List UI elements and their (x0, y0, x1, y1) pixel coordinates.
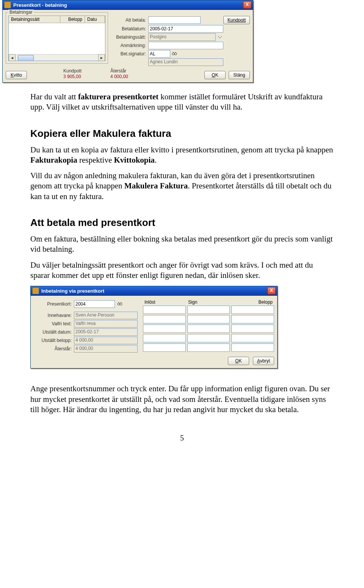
redemption-row (143, 306, 274, 314)
label-betaldatum: Betaldatum: (113, 26, 148, 31)
field-signatur-name: Agnes Lundin (148, 58, 223, 66)
col-belopp[interactable]: Belopp (60, 16, 85, 23)
label-kundpott-footer: Kundpott (63, 68, 82, 74)
input-signatur[interactable] (148, 50, 170, 58)
close-icon[interactable]: X (267, 287, 276, 295)
label-aterstar-footer: Återstår (110, 68, 126, 74)
label-betalningssatt: Betalningssätt: (113, 34, 148, 40)
group-betalningar: Betalningar Betalningssätt Belopp Datu ◄… (6, 12, 108, 64)
kundpott-button[interactable]: Kundpott (223, 16, 250, 24)
svg-point-2 (118, 303, 120, 305)
app-icon (4, 2, 11, 8)
window-title: Inbetalning via presentkort (41, 288, 267, 294)
paragraph: Om en faktura, beställning eller bokning… (30, 234, 334, 255)
redemption-row (143, 325, 274, 333)
value-kundpott: 3 905,00 (63, 74, 81, 79)
field-valfri-text: Valfri resa (74, 320, 138, 328)
groupbox-title: Betalningar (8, 9, 34, 15)
label-signatur: Bet.signatur: (113, 51, 148, 56)
page-number: 5 (30, 434, 334, 442)
close-icon[interactable]: X (243, 1, 251, 9)
horizontal-scrollbar[interactable]: ◄ ► (9, 54, 105, 61)
scroll-left-icon[interactable]: ◄ (9, 54, 16, 61)
avbryt-button[interactable]: Avbryt (253, 357, 274, 365)
label-presentkort: Presentkort: (34, 301, 74, 307)
redemption-header: Inlöst Sign Belopp (143, 299, 274, 306)
titlebar[interactable]: Inbetalning via presentkort X (31, 286, 277, 296)
redemption-row (143, 343, 274, 352)
label-utst-belopp: Utställt belopp: (34, 338, 74, 343)
paragraph: Ange presentkortsnummer och tryck enter.… (30, 384, 334, 415)
redemption-row (143, 334, 274, 342)
value-aterstar: 4 000,00 (110, 74, 128, 79)
ok-button[interactable]: OK (204, 71, 226, 79)
paragraph: Du väljer betalningssätt presentkort och… (30, 260, 334, 281)
dropdown-icon[interactable] (217, 34, 223, 40)
ok-button[interactable]: OK (228, 357, 249, 365)
close-button[interactable]: Stäng (229, 71, 250, 79)
svg-point-0 (172, 53, 174, 55)
field-utst-belopp: 4 000,00 (74, 337, 138, 344)
svg-point-1 (174, 53, 177, 55)
list-header: Betalningssätt Belopp Datu (9, 16, 105, 23)
label-innehavare: Innehavare: (34, 313, 74, 318)
scroll-thumb[interactable] (18, 55, 34, 61)
search-icon[interactable] (117, 301, 122, 307)
svg-point-3 (120, 303, 122, 305)
input-att-betala[interactable] (148, 16, 201, 24)
scroll-right-icon[interactable]: ► (98, 54, 105, 61)
field-aterstar: 4 000,00 (74, 345, 138, 353)
col-sign: Sign (187, 299, 230, 306)
payments-list[interactable]: Betalningssätt Belopp Datu ◄ ► (8, 16, 105, 61)
input-betaldatum[interactable] (148, 25, 223, 33)
paragraph: Har du valt att fakturera presentkortet … (30, 92, 334, 113)
kvitto-button[interactable]: Kvitto (6, 71, 27, 79)
input-presentkort[interactable] (74, 300, 115, 308)
paragraph: Vill du av någon anledning makulera fakt… (30, 171, 334, 202)
label-aterstar: Återstår: (34, 346, 74, 351)
dialog-presentkort-betalning: Presentkort - betalning X Betalningar Be… (2, 0, 253, 83)
label-att-betala: Att betala: (113, 17, 148, 23)
paragraph: Du kan ta ut en kopia av faktura eller k… (30, 145, 334, 166)
field-utst-datum: 2005-02-17 (74, 328, 138, 336)
col-betalningssatt[interactable]: Betalningssätt (9, 16, 60, 23)
field-betalningssatt: Postgiro (148, 33, 216, 41)
app-icon (32, 287, 39, 294)
col-datum[interactable]: Datu (85, 16, 105, 23)
search-icon[interactable] (172, 51, 177, 56)
col-inlost: Inlöst (143, 299, 187, 306)
redemption-row (143, 315, 274, 323)
label-utst-datum: Utställt datum: (34, 329, 74, 335)
dialog-inbetalning-presentkort: Inbetalning via presentkort X Presentkor… (30, 286, 278, 368)
input-anmarkning[interactable] (148, 42, 223, 49)
col-belopp: Belopp (231, 299, 274, 306)
label-anmarkning: Anmärkning: (113, 43, 148, 48)
window-title: Presentkort - betalning (13, 2, 243, 8)
field-innehavare: Sven Arne Persson (74, 312, 138, 319)
titlebar[interactable]: Presentkort - betalning X (3, 0, 253, 10)
label-valfri-text: Valfri text: (34, 321, 74, 326)
heading-betala: Att betala med presentkort (30, 217, 334, 229)
heading-kopiera: Kopiera eller Makulera faktura (30, 128, 334, 140)
